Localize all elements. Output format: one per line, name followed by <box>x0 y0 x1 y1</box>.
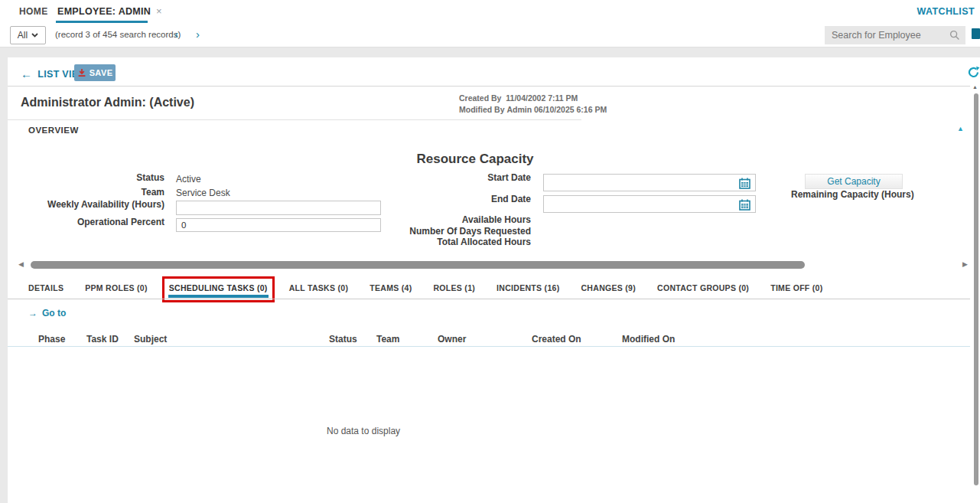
calendar-icon[interactable] <box>739 178 750 189</box>
column-header-task-id[interactable]: Task ID <box>86 334 119 345</box>
column-header-status[interactable]: Status <box>329 334 357 345</box>
available-hours-label: Available Hours <box>301 214 531 225</box>
tab-employee-admin-label: EMPLOYEE: ADMIN <box>57 6 151 17</box>
tab-employee-admin[interactable]: EMPLOYEE: ADMIN× <box>57 5 162 17</box>
record-toolbar: All (record 3 of 454 search records) ‹ › <box>0 23 980 47</box>
tab-changes[interactable]: CHANGES (9) <box>581 283 636 292</box>
calendar-icon[interactable] <box>739 199 750 211</box>
employee-search <box>825 26 965 44</box>
filter-dropdown[interactable]: All <box>10 26 46 44</box>
start-date-input[interactable] <box>544 175 755 191</box>
team-label: Team <box>15 187 164 198</box>
tab-teams[interactable]: TEAMS (4) <box>370 283 412 292</box>
search-icon <box>949 30 960 41</box>
sub-tabs-divider <box>8 299 970 299</box>
column-header-modified-on[interactable]: Modified On <box>622 334 675 345</box>
start-date-label: Start Date <box>301 172 531 183</box>
header-divider <box>8 86 970 87</box>
close-icon[interactable]: × <box>156 5 162 17</box>
watchlist-link[interactable]: WATCHLIST <box>917 6 975 17</box>
scroll-up-icon[interactable]: ▲ <box>972 84 978 90</box>
record-sub-tabs: DETAILS PPM ROLES (0) SCHEDULING TASKS (… <box>28 277 823 299</box>
save-download-icon <box>77 68 86 77</box>
tab-time-off[interactable]: TIME OFF (0) <box>770 283 822 292</box>
filter-dropdown-value: All <box>18 30 28 41</box>
bookmark-icon[interactable] <box>972 28 980 39</box>
page-title: Administrator Admin: (Active) <box>21 96 194 109</box>
modified-by-label: Modified By <box>459 105 505 114</box>
go-to-link[interactable]: → Go to <box>28 308 66 318</box>
meta-divider <box>8 119 581 120</box>
tab-incidents[interactable]: INCIDENTS (16) <box>497 283 559 292</box>
back-arrow-icon: ← <box>21 67 32 80</box>
tab-home[interactable]: HOME <box>19 6 48 17</box>
chrome-left-strip <box>0 47 8 503</box>
vertical-scrollbar-thumb[interactable] <box>974 93 978 485</box>
tab-all-tasks[interactable]: ALL TASKS (0) <box>289 283 349 292</box>
search-input[interactable] <box>825 26 965 44</box>
table-header-divider <box>8 346 970 347</box>
weekly-availability-label: Weekly Availability (Hours) <box>15 199 164 210</box>
total-allocated-label: Total Allocated Hours <box>301 237 531 247</box>
empty-table-message: No data to display <box>327 426 400 436</box>
tab-contact-groups[interactable]: CONTACT GROUPS (0) <box>657 283 749 292</box>
overview-section-label: OVERVIEW <box>28 126 79 135</box>
days-requested-label: Number Of Days Requested <box>301 226 531 237</box>
refresh-icon[interactable] <box>967 66 980 79</box>
prev-record-icon[interactable]: ‹ <box>174 28 178 41</box>
modified-by-value: Admin 06/10/2025 6:16 PM <box>506 105 607 114</box>
save-label: SAVE <box>90 68 113 77</box>
created-by-value: 11/04/2002 7:11 PM <box>506 93 578 103</box>
end-date-input[interactable] <box>544 196 755 212</box>
record-count-text: (record 3 of 454 search records) <box>55 30 181 39</box>
scroll-left-icon[interactable]: ◀ <box>18 260 24 268</box>
team-value: Service Desk <box>176 188 230 198</box>
column-header-owner[interactable]: Owner <box>438 334 466 345</box>
status-value: Active <box>176 174 201 185</box>
status-label: Status <box>15 172 164 183</box>
operational-percent-label: Operational Percent <box>15 217 164 227</box>
column-header-subject[interactable]: Subject <box>134 334 167 345</box>
created-by-text: Created By 11/04/2002 7:11 PM <box>459 93 578 103</box>
chrome-band <box>0 47 980 57</box>
chevron-down-icon <box>31 33 38 38</box>
modified-by-text: Modified By Admin 06/10/2025 6:16 PM <box>459 105 607 114</box>
created-by-label: Created By <box>459 93 501 103</box>
scroll-right-icon[interactable]: ▶ <box>962 260 968 268</box>
tab-details[interactable]: DETAILS <box>28 283 63 292</box>
go-to-arrow-icon: → <box>28 308 37 318</box>
next-record-icon[interactable]: › <box>196 28 200 41</box>
save-button[interactable]: SAVE <box>74 64 116 81</box>
tab-ppm-roles[interactable]: PPM ROLES (0) <box>85 283 148 292</box>
column-header-team[interactable]: Team <box>376 334 399 345</box>
tab-roles[interactable]: ROLES (1) <box>433 283 475 292</box>
resource-capacity-heading: Resource Capacity <box>399 152 552 167</box>
top-tab-bar: HOME EMPLOYEE: ADMIN× WATCHLIST <box>0 0 980 23</box>
tab-scheduling-tasks[interactable]: SCHEDULING TASKS (0) <box>169 283 268 292</box>
column-header-created-on[interactable]: Created On <box>532 334 581 345</box>
go-to-label: Go to <box>42 308 66 318</box>
horizontal-scrollbar-thumb[interactable] <box>31 261 805 269</box>
end-date-label: End Date <box>301 194 531 204</box>
column-header-phase[interactable]: Phase <box>38 334 65 345</box>
end-date-field <box>543 195 756 213</box>
get-capacity-button[interactable]: Get Capacity <box>805 174 903 189</box>
start-date-field <box>543 174 756 191</box>
collapse-section-icon[interactable]: ▲ <box>957 125 964 132</box>
employee-record-screen: HOME EMPLOYEE: ADMIN× WATCHLIST All (rec… <box>0 0 980 503</box>
remaining-capacity-label: Remaining Capacity (Hours) <box>791 189 914 200</box>
